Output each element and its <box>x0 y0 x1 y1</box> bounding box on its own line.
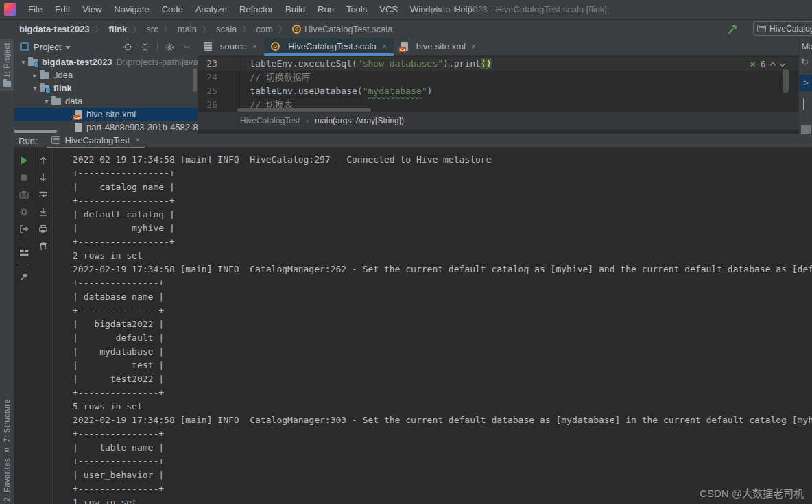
tree-row[interactable]: ▸.idea <box>14 69 198 82</box>
project-panel-title[interactable]: Project <box>34 42 61 52</box>
clear-console-button[interactable] <box>38 241 49 252</box>
editor-tab-source[interactable]: source× <box>198 38 264 55</box>
profiler-button[interactable] <box>19 206 29 217</box>
next-problem-icon[interactable] <box>780 60 785 66</box>
stripe-item-project[interactable]: 1: Project <box>0 39 14 91</box>
toolbar-separator <box>19 265 29 265</box>
project-view-icon <box>20 42 29 51</box>
chevron-down-icon[interactable] <box>65 46 71 49</box>
inspections-widget[interactable]: × 6 <box>750 59 785 69</box>
expand-panel-icon[interactable]: > <box>799 75 812 91</box>
next-occurrence-button[interactable] <box>38 172 49 183</box>
rerun-button[interactable] <box>19 155 29 166</box>
hide-panel-icon[interactable] <box>182 42 192 52</box>
tree-row[interactable]: ▾data <box>14 95 198 108</box>
breadcrumb-member[interactable]: main(args: Array[String]) <box>315 116 404 125</box>
maven-tab[interactable]: Ma <box>799 38 812 51</box>
print-button[interactable] <box>38 224 49 235</box>
soft-wrap-button[interactable] <box>38 189 49 200</box>
chevron-down-icon[interactable] <box>803 98 804 110</box>
line-number[interactable]: 24 <box>198 71 227 84</box>
menu-items: FileEditViewNavigateCodeAnalyzeRefactorB… <box>22 4 479 14</box>
strip-scrollbar[interactable] <box>801 125 811 134</box>
pin-tab-button[interactable] <box>19 272 29 283</box>
tree-item-path: D:\projects-path\java\ <box>117 57 198 67</box>
breadcrumb-item[interactable]: bigdata-test2023 <box>19 24 90 34</box>
menu-view[interactable]: View <box>76 4 108 14</box>
tree-row[interactable]: ▾flink <box>14 82 198 95</box>
thread-dump-button[interactable] <box>19 189 29 200</box>
breadcrumb-item[interactable]: scala <box>216 24 237 34</box>
console-line: 2 rows in set <box>73 249 812 263</box>
line-number[interactable]: 23 <box>198 57 227 71</box>
tree-row[interactable]: ▾bigdata-test2023D:\projects-path\java\ <box>14 56 198 69</box>
inspections-status-icon: × <box>750 59 756 69</box>
tree-chevron-icon[interactable]: ▾ <box>30 84 40 92</box>
menu-analyze[interactable]: Analyze <box>189 4 233 14</box>
run-panel-label: Run: <box>19 136 37 146</box>
navigation-bar: bigdata-test2023〉flink〉src〉main〉scala〉co… <box>0 20 812 38</box>
editor-vertical-scrollbar[interactable] <box>783 69 789 93</box>
idea-logo-icon[interactable] <box>4 3 16 16</box>
tree-chevron-icon[interactable]: ▾ <box>42 97 51 105</box>
breadcrumb-item[interactable]: flink <box>109 24 128 34</box>
breadcrumb-class[interactable]: HiveCatalogTest <box>240 116 300 125</box>
menu-code[interactable]: Code <box>156 4 189 14</box>
scala-icon: O <box>271 42 280 51</box>
menu-run[interactable]: Run <box>311 4 340 14</box>
menu-vcs[interactable]: VCS <box>373 4 404 14</box>
build-hammer-icon[interactable] <box>727 23 739 35</box>
close-icon[interactable]: × <box>252 42 257 51</box>
tree-chevron-icon[interactable]: ▾ <box>19 58 28 66</box>
breadcrumb-separator: 〉 <box>278 23 287 35</box>
run-tab[interactable]: HiveCatalogTest × <box>47 134 145 148</box>
editor-tab-hivecatalogtest-scala[interactable]: OHiveCatalogTest.scala× <box>264 38 394 55</box>
tree-item-label: bigdata-test2023 <box>42 57 112 67</box>
project-horizontal-scrollbar[interactable] <box>14 130 57 133</box>
console-output[interactable]: 2022-02-19 17:34:58 [main] INFO HiveCata… <box>52 148 812 504</box>
app-icon <box>51 136 60 144</box>
project-vertical-scrollbar[interactable] <box>193 69 197 92</box>
menu-tools[interactable]: Tools <box>340 4 373 14</box>
console-line: +---------------+ <box>73 276 812 290</box>
close-icon[interactable]: × <box>471 42 476 51</box>
tree-item-label: hive-site.xml <box>86 109 136 119</box>
gutter-separator <box>237 56 237 112</box>
prev-occurrence-button[interactable] <box>38 155 49 166</box>
restore-layout-button[interactable] <box>19 248 29 259</box>
menu-file[interactable]: File <box>22 4 49 14</box>
prev-problem-icon[interactable] <box>770 62 776 68</box>
locate-file-icon[interactable] <box>123 42 133 52</box>
menu-build[interactable]: Build <box>279 4 311 14</box>
breadcrumb-item[interactable]: src <box>146 24 158 34</box>
console-line: 2022-02-19 17:34:58 [main] INFO HiveCata… <box>73 153 812 167</box>
run-config-selector[interactable]: HiveCatalog <box>753 21 812 36</box>
stop-button[interactable] <box>19 172 29 183</box>
tree-chevron-icon[interactable]: ▸ <box>30 71 40 79</box>
collapse-all-icon[interactable] <box>140 42 150 52</box>
menu-refactor[interactable]: Refactor <box>233 4 279 14</box>
refresh-icon[interactable]: ↻ <box>801 57 809 67</box>
breadcrumb-item[interactable]: OHiveCatalogTest.scala <box>292 24 393 34</box>
breadcrumb-item[interactable]: main <box>178 24 197 34</box>
gear-icon[interactable] <box>165 42 175 52</box>
breadcrumb-separator: 〉 <box>132 23 141 35</box>
breadcrumb-item[interactable]: com <box>256 24 273 34</box>
line-number[interactable]: 25 <box>198 84 227 98</box>
close-icon[interactable]: × <box>135 135 140 145</box>
menu-bar: FileEditViewNavigateCodeAnalyzeRefactorB… <box>0 0 812 19</box>
breadcrumb-separator: 〉 <box>95 23 104 35</box>
console-line: 5 rows in set <box>73 400 812 413</box>
stripe-item-structure[interactable]: 7: Structure≡ <box>0 396 14 457</box>
line-number[interactable]: 26 <box>198 98 227 112</box>
exit-button[interactable] <box>19 224 29 235</box>
menu-navigate[interactable]: Navigate <box>108 4 155 14</box>
close-icon[interactable]: × <box>382 42 387 51</box>
tree-row[interactable]: hive-site.xml <box>14 108 198 121</box>
editor-tab-hive-site-xml[interactable]: hive-site.xml× <box>394 38 483 55</box>
menu-edit[interactable]: Edit <box>49 4 76 14</box>
text-file-icon <box>204 42 212 51</box>
stripe-item-favorites[interactable]: 2: Favorites★ <box>0 455 14 504</box>
scroll-to-end-button[interactable] <box>38 206 49 217</box>
code-area[interactable]: 23 tableEnv.executeSql("show databases")… <box>198 56 798 112</box>
